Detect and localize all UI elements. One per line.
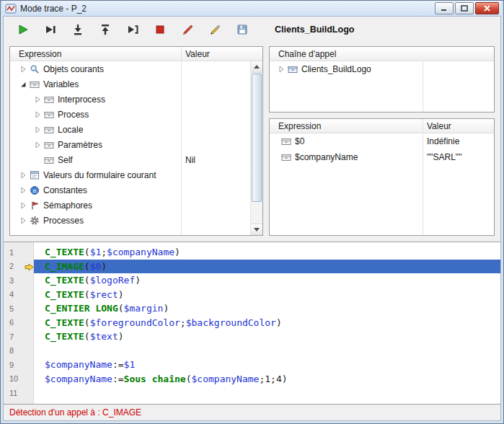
save-settings-button[interactable] bbox=[233, 20, 252, 39]
code-line-11[interactable]: 11 bbox=[4, 386, 500, 400]
scrollbar-thumb[interactable] bbox=[252, 74, 262, 202]
code-text: C_TEXTE($rect) bbox=[34, 288, 500, 302]
line-number[interactable]: 10 bbox=[4, 374, 34, 383]
watch-expression-row[interactable]: $0 Indéfinie bbox=[270, 133, 494, 149]
tree-item-locale[interactable]: Locale bbox=[10, 122, 262, 137]
step-into-process-button[interactable] bbox=[123, 20, 142, 39]
chevron-right-icon[interactable] bbox=[19, 216, 28, 225]
tree-item-parametres[interactable]: Paramètres bbox=[10, 137, 262, 152]
window-content: Clients_BuildLogo Expression Valeur Obje… bbox=[3, 16, 501, 421]
maximize-button[interactable] bbox=[455, 2, 474, 14]
svg-text:π: π bbox=[32, 187, 36, 194]
line-number[interactable]: 3 bbox=[4, 276, 34, 285]
minimize-button[interactable] bbox=[435, 2, 454, 14]
code-line-9[interactable]: 9$companyName:=$1 bbox=[4, 358, 500, 372]
step-out-button[interactable] bbox=[96, 20, 115, 39]
tree-item-process[interactable]: Process bbox=[10, 107, 262, 122]
value-column-header: Valeur bbox=[427, 119, 451, 133]
line-number[interactable]: 4 bbox=[4, 290, 34, 299]
trace-app-icon bbox=[5, 3, 17, 14]
abort-and-edit-button[interactable] bbox=[178, 20, 197, 39]
step-into-icon bbox=[71, 23, 84, 36]
debugger-panels: Expression Valeur Objets courants Variab… bbox=[4, 43, 500, 242]
watch-expression: $companyName bbox=[295, 152, 358, 162]
code-editor[interactable]: 1C_TEXTE($1;$companyName)2C_IMAGE($0)3C_… bbox=[4, 242, 500, 405]
tree-item-label: Objets courants bbox=[43, 64, 104, 74]
custom-watch-header: Expression Valeur bbox=[270, 119, 494, 133]
chevron-right-icon[interactable] bbox=[33, 141, 43, 149]
tree-item-label: Process bbox=[58, 110, 89, 120]
code-line-4[interactable]: 4C_TEXTE($rect) bbox=[4, 288, 500, 302]
line-number[interactable]: 8 bbox=[4, 346, 34, 355]
watch-expression-row[interactable]: $companyName ""SARL"" bbox=[270, 149, 494, 165]
method-icon bbox=[288, 64, 299, 74]
code-text: $companyName:=$1 bbox=[34, 358, 500, 372]
chevron-right-icon[interactable] bbox=[33, 110, 43, 119]
step-into-button[interactable] bbox=[68, 20, 87, 39]
chevron-right-icon[interactable] bbox=[33, 125, 43, 134]
watch-panel-header: Expression Valeur bbox=[10, 47, 262, 61]
line-number[interactable]: 5 bbox=[4, 304, 34, 313]
continue-button[interactable] bbox=[14, 20, 32, 39]
column-resize-handle[interactable] bbox=[423, 61, 423, 112]
code-line-5[interactable]: 5C_ENTIER LONG($margin) bbox=[4, 301, 500, 316]
code-line-10[interactable]: 10$companyName:=Sous chaîne($companyName… bbox=[4, 372, 500, 387]
code-line-2[interactable]: 2C_IMAGE($0) bbox=[4, 260, 500, 274]
tree-item-valeurs-formulaire[interactable]: Valeurs du formulaire courant bbox=[10, 167, 262, 182]
chevron-right-icon[interactable] bbox=[19, 201, 28, 210]
edit-method-button[interactable] bbox=[205, 20, 224, 39]
watch-panel: Expression Valeur Objets courants Variab… bbox=[9, 46, 263, 236]
chevron-right-icon[interactable] bbox=[277, 65, 286, 74]
code-line-1[interactable]: 1C_TEXTE($1;$companyName) bbox=[4, 245, 500, 260]
titlebar[interactable]: Mode trace - P_2 bbox=[3, 1, 501, 16]
code-text: $companyName:=Sous chaîne($companyName;1… bbox=[34, 372, 500, 387]
code-lines: 1C_TEXTE($1;$companyName)2C_IMAGE($0)3C_… bbox=[4, 242, 500, 400]
drawer-icon bbox=[44, 110, 55, 120]
watch-tree: Objets courants Variables Interprocess bbox=[10, 61, 262, 228]
code-text: C_ENTIER LONG($margin) bbox=[34, 301, 500, 316]
form-icon bbox=[30, 170, 40, 180]
tree-item-interprocess[interactable]: Interprocess bbox=[10, 92, 262, 107]
red-pencil-icon bbox=[181, 23, 194, 36]
tree-item-processes[interactable]: Processes bbox=[10, 213, 262, 228]
chevron-right-icon[interactable] bbox=[19, 171, 28, 180]
tree-item-label: Interprocess bbox=[58, 94, 105, 105]
code-line-6[interactable]: 6C_TEXTE($foregroundColor;$backgroundCol… bbox=[4, 316, 500, 330]
abort-button[interactable] bbox=[151, 20, 169, 39]
stop-icon bbox=[154, 23, 167, 36]
close-button[interactable] bbox=[475, 2, 499, 14]
line-number[interactable]: 11 bbox=[4, 389, 34, 397]
scroll-down-button[interactable] bbox=[251, 224, 262, 235]
tree-item-label: Sémaphores bbox=[43, 200, 92, 211]
code-text: C_TEXTE($1;$companyName) bbox=[34, 245, 500, 260]
line-number[interactable]: 1 bbox=[4, 248, 34, 257]
tree-item-constantes[interactable]: π Constantes bbox=[10, 182, 262, 198]
tree-item-label: Self bbox=[58, 155, 73, 165]
current-method-name: Clients_BuildLogo bbox=[275, 25, 354, 35]
step-over-button[interactable] bbox=[41, 20, 60, 39]
tree-item-value: Nil bbox=[185, 152, 195, 167]
chevron-right-icon[interactable] bbox=[33, 95, 43, 104]
line-number[interactable]: 9 bbox=[4, 361, 34, 369]
tree-item-variables[interactable]: Variables bbox=[10, 76, 262, 92]
chevron-right-icon[interactable] bbox=[19, 186, 28, 195]
call-chain-item[interactable]: Clients_BuildLogo bbox=[270, 61, 494, 77]
chevron-expanded-icon[interactable] bbox=[19, 80, 28, 89]
chevron-right-icon[interactable] bbox=[19, 65, 28, 74]
line-number[interactable]: 6 bbox=[4, 318, 34, 327]
code-line-8[interactable]: 8 bbox=[4, 344, 500, 358]
vertical-scrollbar[interactable] bbox=[250, 61, 262, 235]
line-number[interactable]: 7 bbox=[4, 332, 34, 341]
tree-item-objets-courants[interactable]: Objets courants bbox=[10, 61, 262, 76]
code-line-7[interactable]: 7C_TEXTE($text) bbox=[4, 330, 500, 344]
watch-expression: $0 bbox=[295, 136, 304, 146]
tree-item-semaphores[interactable]: Sémaphores bbox=[10, 198, 262, 213]
code-line-3[interactable]: 3C_TEXTE($logoRef) bbox=[4, 273, 500, 288]
step-over-icon bbox=[44, 23, 57, 36]
scroll-up-button[interactable] bbox=[251, 61, 262, 73]
value-column-header: Valeur bbox=[185, 47, 210, 61]
gear-icon bbox=[30, 216, 40, 226]
tree-item-self[interactable]: Self Nil bbox=[10, 152, 262, 167]
status-bar: Détection d'un appel à : C_IMAGE bbox=[4, 405, 500, 420]
window-title: Mode trace - P_2 bbox=[20, 4, 435, 14]
